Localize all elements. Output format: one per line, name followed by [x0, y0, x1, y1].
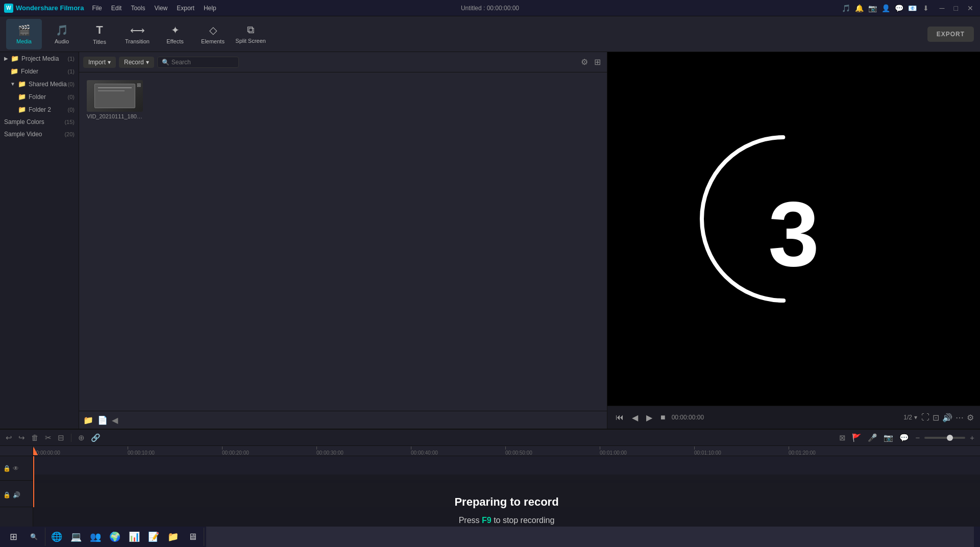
collapse-panel-icon[interactable]: ◀ — [112, 415, 118, 425]
media-toolbar-icons: ⚙ ⊞ — [579, 56, 603, 68]
taskbar-app-excel[interactable]: 📊 — [125, 528, 143, 546]
filter-icon[interactable]: ⚙ — [579, 56, 590, 68]
video-track-lock-icon[interactable]: 🔒 — [3, 465, 11, 472]
toolbar-elements[interactable]: ◇ Elements — [195, 19, 231, 49]
menu-tools[interactable]: Tools — [127, 3, 149, 13]
playhead[interactable] — [33, 456, 34, 507]
timeline-fit-icon[interactable]: ⊠ — [838, 432, 847, 444]
subfolder-icon: 📁 — [18, 93, 26, 101]
split-screen-icon: ⧉ — [247, 24, 254, 36]
snap-icon[interactable]: ⊕ — [77, 432, 86, 444]
preview-controls: ⏮ ◀ ▶ ■ 00:00:00:00 1/2 ▾ ⛶ ⊡ 🔊 ⋯ ⚙ — [607, 406, 980, 429]
toolbar-split-screen[interactable]: ⧉ Split Screen — [233, 19, 268, 49]
zoom-dropdown-icon[interactable]: ▾ — [914, 414, 917, 421]
cut-icon[interactable]: ✂ — [43, 432, 53, 444]
redo-icon[interactable]: ↪ — [17, 432, 27, 444]
add-folder-icon[interactable]: 📁 — [83, 415, 93, 425]
crop-icon[interactable]: ⊡ — [933, 413, 939, 422]
timeline-mic-icon[interactable]: 🎤 — [866, 432, 879, 444]
delete-icon[interactable]: 🗑 — [30, 432, 40, 443]
undo-icon[interactable]: ↩ — [4, 432, 14, 444]
taskbar-app-edge[interactable]: 🌐 — [47, 528, 66, 546]
instruction-prefix: Press — [459, 516, 482, 525]
menu-export[interactable]: Export — [173, 3, 199, 13]
sidebar-item-folder[interactable]: 📁 Folder (1) — [0, 65, 79, 78]
timeline-zoom-out-icon[interactable]: − — [914, 432, 921, 443]
toolbar-effects[interactable]: ✦ Effects — [157, 19, 193, 49]
sidebar-item-sample-colors[interactable]: Sample Colors (15) — [0, 116, 79, 128]
list-item[interactable]: ⊞ VID_20210111_180053 — [87, 80, 143, 119]
media-icon: 🎬 — [18, 24, 31, 36]
sidebar-item-subfolder[interactable]: 📁 Folder (0) — [0, 90, 79, 103]
taskbar: ⊞ 🔍 🌐 💻 👥 🌍 📊 📝 📁 🖥 — [0, 527, 980, 547]
skip-back-button[interactable]: ⏮ — [614, 411, 626, 424]
export-button[interactable]: EXPORT — [927, 27, 974, 42]
title-bar: W Wondershare Filmora File Edit Tools Vi… — [0, 0, 980, 16]
sidebar-item-shared-media[interactable]: ▼ 📁 Shared Media (0) — [0, 78, 79, 90]
ruler-mark-2: 00:00:20:00 — [222, 450, 249, 456]
split-icon[interactable]: ⊟ — [56, 432, 66, 444]
tray-icon-2: 🔔 — [854, 3, 865, 13]
link-icon[interactable]: 🔗 — [89, 432, 102, 444]
timeline-zoom-slider[interactable] — [924, 437, 965, 439]
toolbar-transition[interactable]: ⟷ Transition — [119, 19, 155, 49]
timeline-toolbar: ↩ ↪ 🗑 ✂ ⊟ ⊕ 🔗 ⊠ 🚩 🎤 📷 💬 − + — [0, 430, 980, 446]
grid-view-icon[interactable]: ⊞ — [592, 56, 603, 68]
menu-edit[interactable]: Edit — [107, 3, 126, 13]
transition-icon: ⟷ — [130, 24, 145, 36]
video-track-eye-icon[interactable]: 👁 — [13, 465, 19, 472]
countdown-container: 3 — [717, 153, 870, 306]
media-thumb-badge: ⊞ — [137, 82, 141, 88]
toolbar-titles[interactable]: T Titles — [82, 19, 117, 49]
tray-icon-7: ⬇ — [921, 3, 931, 13]
taskbar-app-explorer[interactable]: 📁 — [164, 528, 182, 546]
folder-label: Folder — [21, 68, 38, 75]
menu-view[interactable]: View — [150, 3, 172, 13]
search-input[interactable] — [172, 59, 234, 66]
fullscreen-icon[interactable]: ⛶ — [921, 413, 929, 422]
taskbar-app-teams[interactable]: 👥 — [86, 528, 105, 546]
toolbar-audio[interactable]: 🎵 Audio — [44, 19, 80, 49]
taskbar-app-other[interactable]: 🖥 — [183, 528, 202, 546]
timeline-zoom-in-icon[interactable]: + — [968, 432, 976, 443]
play-button[interactable]: ▶ — [644, 411, 654, 425]
timeline-mark-icon[interactable]: 🚩 — [850, 432, 863, 444]
search-box[interactable]: 🔍 — [157, 57, 239, 68]
audio-track-label: 🔒 🔊 — [0, 483, 33, 507]
sample-video-label: Sample Video — [4, 131, 42, 138]
audio-icon[interactable]: 🔊 — [942, 413, 952, 422]
more-icon[interactable]: ⋯ — [955, 413, 964, 422]
settings-icon[interactable]: ⚙ — [967, 413, 974, 422]
taskbar-app-terminal[interactable]: 💻 — [67, 528, 85, 546]
add-item-icon[interactable]: 📄 — [97, 415, 108, 425]
start-button[interactable]: ⊞ — [4, 528, 22, 546]
sidebar-item-folder2[interactable]: 📁 Folder 2 (0) — [0, 103, 79, 116]
menu-file[interactable]: File — [88, 3, 106, 13]
audio-track-lock-icon[interactable]: 🔒 — [3, 491, 11, 499]
collapse-arrow-icon: ▼ — [10, 81, 15, 87]
maximize-button[interactable]: □ — [951, 3, 961, 13]
audio-track-volume-icon[interactable]: 🔊 — [13, 491, 20, 499]
import-button[interactable]: Import ▾ — [83, 57, 116, 68]
menu-help[interactable]: Help — [200, 3, 220, 13]
import-label: Import — [88, 59, 106, 66]
sidebar-item-sample-video[interactable]: Sample Video (20) — [0, 128, 79, 140]
sidebar-item-project-media[interactable]: ▶ 📁 Project Media (1) — [0, 52, 79, 65]
subfolder-count: (0) — [68, 94, 75, 100]
taskbar-app-chrome[interactable]: 🌍 — [106, 528, 124, 546]
folder-count: (1) — [68, 68, 75, 74]
timeline-ruler-marks: 00:00:00:00 00:00:10:00 00:00:20:00 00:0… — [33, 446, 980, 456]
ruler-mark-4: 00:00:40:00 — [411, 450, 438, 456]
search-button[interactable]: 🔍 — [24, 528, 43, 546]
minimize-button[interactable]: ─ — [937, 3, 947, 13]
taskbar-app-word[interactable]: 📝 — [144, 528, 163, 546]
menu-bar: File Edit Tools View Export Help — [88, 3, 220, 13]
prev-frame-button[interactable]: ◀ — [630, 411, 640, 425]
timeline-subtitle-icon[interactable]: 💬 — [898, 432, 911, 444]
ruler-mark-8: 00:01:20:00 — [789, 450, 816, 456]
record-button[interactable]: Record ▾ — [119, 57, 154, 68]
stop-button[interactable]: ■ — [658, 411, 668, 424]
close-button[interactable]: ✕ — [965, 3, 976, 13]
timeline-camera-icon[interactable]: 📷 — [882, 432, 895, 444]
toolbar-media[interactable]: 🎬 Media — [6, 19, 42, 49]
